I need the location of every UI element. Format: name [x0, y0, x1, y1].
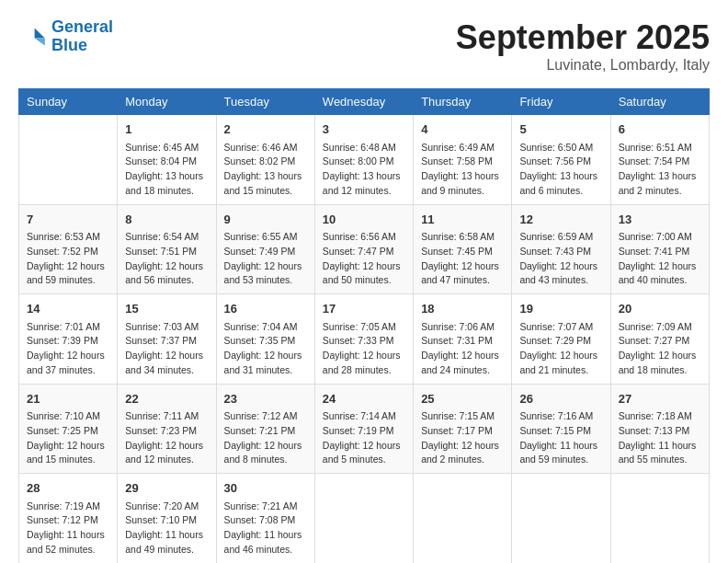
day-info: Sunrise: 7:07 AM Sunset: 7:29 PM Dayligh…: [519, 320, 602, 378]
calendar-cell: 16Sunrise: 7:04 AM Sunset: 7:35 PM Dayli…: [216, 294, 314, 385]
day-info: Sunrise: 6:51 AM Sunset: 7:54 PM Dayligh…: [619, 141, 701, 199]
day-number: 2: [224, 121, 307, 139]
day-info: Sunrise: 7:15 AM Sunset: 7:17 PM Dayligh…: [421, 409, 504, 467]
day-info: Sunrise: 6:58 AM Sunset: 7:45 PM Dayligh…: [421, 230, 504, 288]
calendar-cell: 11Sunrise: 6:58 AM Sunset: 7:45 PM Dayli…: [414, 204, 512, 294]
calendar-cell: [414, 474, 512, 564]
page-header: General Blue September 2025 Luvinate, Lo…: [18, 18, 710, 74]
day-number: 22: [125, 390, 208, 408]
day-number: 13: [619, 211, 701, 229]
day-number: 29: [125, 479, 208, 498]
calendar-cell: 12Sunrise: 6:59 AM Sunset: 7:43 PM Dayli…: [512, 204, 610, 294]
calendar-week-row: 14Sunrise: 7:01 AM Sunset: 7:39 PM Dayli…: [19, 294, 710, 385]
day-number: 7: [27, 211, 109, 229]
calendar-header: SundayMondayTuesdayWednesdayThursdayFrid…: [19, 89, 710, 115]
day-info: Sunrise: 7:11 AM Sunset: 7:23 PM Dayligh…: [125, 409, 208, 467]
day-info: Sunrise: 7:03 AM Sunset: 7:37 PM Dayligh…: [125, 320, 208, 378]
calendar-cell: 14Sunrise: 7:01 AM Sunset: 7:39 PM Dayli…: [19, 294, 118, 385]
calendar-cell: 5Sunrise: 6:50 AM Sunset: 7:56 PM Daylig…: [512, 115, 610, 205]
day-number: 26: [519, 390, 602, 408]
day-number: 4: [421, 121, 504, 139]
day-number: 16: [224, 300, 307, 318]
day-info: Sunrise: 7:09 AM Sunset: 7:27 PM Dayligh…: [619, 320, 701, 378]
day-info: Sunrise: 7:10 AM Sunset: 7:25 PM Dayligh…: [27, 409, 109, 467]
day-info: Sunrise: 7:12 AM Sunset: 7:21 PM Dayligh…: [224, 409, 307, 467]
day-info: Sunrise: 7:14 AM Sunset: 7:19 PM Dayligh…: [323, 409, 405, 467]
day-number: 10: [323, 211, 405, 229]
calendar-cell: 7Sunrise: 6:53 AM Sunset: 7:52 PM Daylig…: [19, 204, 118, 294]
day-number: 21: [27, 390, 109, 408]
calendar-cell: 10Sunrise: 6:56 AM Sunset: 7:47 PM Dayli…: [314, 204, 413, 294]
calendar-cell: [512, 474, 610, 564]
calendar-cell: 19Sunrise: 7:07 AM Sunset: 7:29 PM Dayli…: [512, 294, 610, 385]
day-number: 6: [619, 121, 701, 139]
svg-marker-1: [35, 38, 45, 45]
calendar-cell: 13Sunrise: 7:00 AM Sunset: 7:41 PM Dayli…: [610, 204, 709, 294]
weekday-header: Monday: [118, 89, 216, 115]
day-number: 12: [519, 211, 602, 229]
calendar-cell: 9Sunrise: 6:55 AM Sunset: 7:49 PM Daylig…: [216, 204, 314, 294]
calendar-cell: 21Sunrise: 7:10 AM Sunset: 7:25 PM Dayli…: [19, 384, 118, 474]
day-info: Sunrise: 7:16 AM Sunset: 7:15 PM Dayligh…: [519, 409, 602, 467]
day-info: Sunrise: 6:50 AM Sunset: 7:56 PM Dayligh…: [519, 141, 602, 199]
weekday-header: Sunday: [19, 89, 118, 115]
day-number: 11: [421, 211, 504, 229]
calendar-cell: 30Sunrise: 7:21 AM Sunset: 7:08 PM Dayli…: [216, 474, 314, 564]
location: Luvinate, Lombardy, Italy: [456, 57, 710, 74]
day-info: Sunrise: 7:00 AM Sunset: 7:41 PM Dayligh…: [619, 230, 701, 288]
day-info: Sunrise: 6:59 AM Sunset: 7:43 PM Dayligh…: [519, 230, 602, 288]
title-block: September 2025 Luvinate, Lombardy, Italy: [456, 18, 710, 74]
day-info: Sunrise: 7:21 AM Sunset: 7:08 PM Dayligh…: [224, 500, 307, 557]
logo-icon: [18, 22, 48, 52]
day-number: 27: [619, 390, 701, 408]
logo-line1: General: [51, 17, 113, 36]
day-number: 14: [27, 300, 109, 318]
calendar-week-row: 21Sunrise: 7:10 AM Sunset: 7:25 PM Dayli…: [19, 384, 710, 474]
day-number: 5: [519, 121, 602, 139]
calendar-table: SundayMondayTuesdayWednesdayThursdayFrid…: [18, 88, 710, 563]
calendar-cell: 4Sunrise: 6:49 AM Sunset: 7:58 PM Daylig…: [414, 115, 512, 205]
calendar-cell: [19, 115, 118, 205]
day-info: Sunrise: 7:19 AM Sunset: 7:12 PM Dayligh…: [27, 500, 109, 557]
day-number: 23: [224, 390, 307, 408]
calendar-cell: 20Sunrise: 7:09 AM Sunset: 7:27 PM Dayli…: [610, 294, 709, 385]
day-info: Sunrise: 7:20 AM Sunset: 7:10 PM Dayligh…: [125, 500, 208, 557]
day-info: Sunrise: 6:54 AM Sunset: 7:51 PM Dayligh…: [125, 230, 208, 288]
logo-line2: Blue: [51, 36, 87, 54]
calendar-cell: 24Sunrise: 7:14 AM Sunset: 7:19 PM Dayli…: [314, 384, 413, 474]
day-info: Sunrise: 6:55 AM Sunset: 7:49 PM Dayligh…: [224, 230, 307, 288]
calendar-cell: 6Sunrise: 6:51 AM Sunset: 7:54 PM Daylig…: [610, 115, 709, 205]
day-number: 17: [323, 300, 405, 318]
calendar-cell: 15Sunrise: 7:03 AM Sunset: 7:37 PM Dayli…: [118, 294, 216, 385]
day-info: Sunrise: 6:46 AM Sunset: 8:02 PM Dayligh…: [224, 141, 307, 199]
calendar-cell: 2Sunrise: 6:46 AM Sunset: 8:02 PM Daylig…: [216, 115, 314, 205]
calendar-week-row: 28Sunrise: 7:19 AM Sunset: 7:12 PM Dayli…: [19, 474, 710, 564]
calendar-cell: 26Sunrise: 7:16 AM Sunset: 7:15 PM Dayli…: [512, 384, 610, 474]
weekday-header: Tuesday: [216, 89, 314, 115]
day-number: 30: [224, 479, 307, 498]
day-number: 8: [125, 211, 208, 229]
day-info: Sunrise: 6:53 AM Sunset: 7:52 PM Dayligh…: [27, 230, 109, 288]
day-number: 25: [421, 390, 504, 408]
logo: General Blue: [18, 18, 113, 55]
weekday-header: Saturday: [610, 89, 709, 115]
day-number: 20: [619, 300, 701, 318]
day-number: 1: [125, 121, 208, 139]
calendar-cell: [314, 474, 413, 564]
calendar-cell: 28Sunrise: 7:19 AM Sunset: 7:12 PM Dayli…: [19, 474, 118, 564]
day-number: 19: [519, 300, 602, 318]
day-info: Sunrise: 7:01 AM Sunset: 7:39 PM Dayligh…: [27, 320, 109, 378]
calendar-cell: 23Sunrise: 7:12 AM Sunset: 7:21 PM Dayli…: [216, 384, 314, 474]
calendar-cell: 27Sunrise: 7:18 AM Sunset: 7:13 PM Dayli…: [610, 384, 709, 474]
calendar-cell: 17Sunrise: 7:05 AM Sunset: 7:33 PM Dayli…: [314, 294, 413, 385]
month-title: September 2025: [456, 18, 710, 57]
calendar-cell: 1Sunrise: 6:45 AM Sunset: 8:04 PM Daylig…: [118, 115, 216, 205]
day-number: 3: [323, 121, 405, 139]
day-number: 28: [27, 479, 109, 498]
day-info: Sunrise: 7:18 AM Sunset: 7:13 PM Dayligh…: [619, 409, 701, 467]
calendar-cell: 3Sunrise: 6:48 AM Sunset: 8:00 PM Daylig…: [314, 115, 413, 205]
day-number: 15: [125, 300, 208, 318]
weekday-header: Friday: [512, 89, 610, 115]
day-number: 24: [323, 390, 405, 408]
day-number: 9: [224, 211, 307, 229]
